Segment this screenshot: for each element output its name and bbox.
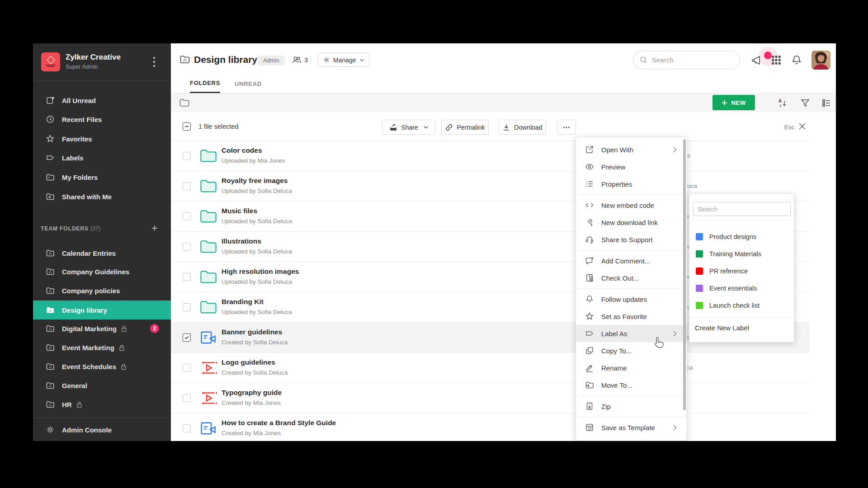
menu-item-open-with[interactable]: Open With bbox=[576, 141, 687, 158]
user-avatar[interactable] bbox=[811, 51, 830, 70]
file-row[interactable]: Typography guide Created by Mia Jones Cr… bbox=[171, 383, 810, 413]
label-option-training-materials[interactable]: Training Materials bbox=[689, 245, 794, 263]
sidebar-item-labels[interactable]: Labels bbox=[33, 148, 171, 167]
menu-item-follow-updates[interactable]: Follow updates bbox=[576, 291, 687, 308]
members-button[interactable]: 3 bbox=[292, 56, 308, 64]
sidebar-item-recent-files[interactable]: Recent Files bbox=[33, 110, 171, 129]
menu-item-copy-to[interactable]: Copy To... bbox=[576, 342, 687, 359]
label-option-event-essentials[interactable]: Event essentials bbox=[689, 280, 794, 297]
label-color-swatch bbox=[696, 302, 703, 309]
svg-text:A: A bbox=[778, 99, 782, 103]
sidebar-item-shared-with-me[interactable]: Shared with Me bbox=[33, 187, 171, 206]
sidebar-item-company-policies[interactable]: Company policies bbox=[33, 281, 171, 300]
video-file-icon bbox=[199, 360, 217, 375]
row-checkbox[interactable] bbox=[183, 273, 191, 281]
file-row[interactable]: How to create a Brand Style Guide Create… bbox=[171, 413, 810, 441]
sidebar-item-hr[interactable]: HR bbox=[33, 395, 171, 414]
row-checkbox[interactable] bbox=[183, 243, 191, 251]
sidebar-item-design-library[interactable]: Design library bbox=[33, 300, 171, 319]
row-checkbox[interactable] bbox=[183, 364, 191, 372]
root-folder-icon[interactable] bbox=[179, 99, 189, 107]
row-checkbox[interactable] bbox=[183, 303, 191, 311]
selection-toolbar: 1 file selected Share Permalink Download… bbox=[171, 112, 810, 141]
tab-unread[interactable]: UNREAD bbox=[235, 74, 262, 93]
sidebar-item-event-schedules[interactable]: Event Schedules bbox=[33, 357, 171, 376]
menu-item-rename[interactable]: Rename bbox=[576, 359, 687, 376]
sidebar-item-event-marketing[interactable]: Event Marketing bbox=[33, 338, 171, 357]
label-option-product-designs[interactable]: Product designs bbox=[689, 228, 794, 245]
sidebar-item-admin-console[interactable]: Admin Console bbox=[33, 420, 171, 439]
filter-icon[interactable] bbox=[800, 98, 810, 108]
menu-item-new-download-link[interactable]: New download link bbox=[576, 214, 687, 231]
row-checkbox[interactable] bbox=[183, 182, 191, 190]
folder-shared-icon bbox=[46, 192, 55, 201]
select-all-checkbox[interactable] bbox=[183, 122, 191, 131]
logo-text-line bbox=[46, 65, 56, 66]
divider bbox=[576, 288, 687, 289]
check-out-icon bbox=[585, 273, 594, 282]
view-tabs: FOLDERS UNREAD bbox=[171, 74, 836, 94]
close-icon[interactable] bbox=[798, 122, 806, 130]
sidebar-item-company-guidelines[interactable]: Company Guidelines bbox=[33, 262, 171, 281]
file-row[interactable]: Color codes Uploaded by Mia Jones Upload… bbox=[171, 141, 810, 171]
sort-az-icon[interactable]: Az bbox=[778, 98, 788, 108]
download-button[interactable]: Download bbox=[499, 120, 546, 135]
menu-item-zip[interactable]: Zip bbox=[576, 398, 687, 415]
row-checkbox[interactable] bbox=[183, 152, 191, 160]
label-option-launch-check-list[interactable]: Launch check list bbox=[689, 297, 794, 314]
menu-item-label-as[interactable]: Label As bbox=[576, 325, 687, 342]
folder-icon bbox=[199, 148, 217, 164]
announcement-doc-icon bbox=[199, 330, 217, 345]
permalink-button[interactable]: Permalink bbox=[441, 120, 489, 135]
menu-item-share-to-support[interactable]: Share to Support bbox=[576, 231, 687, 248]
file-row[interactable]: Logo guidelines Created by Sofia Deluca … bbox=[171, 353, 810, 383]
add-comment-icon bbox=[585, 256, 594, 265]
sidebar-item-general[interactable]: General bbox=[33, 376, 171, 395]
move-folder-icon bbox=[585, 380, 594, 389]
menu-item-check-out[interactable]: Check Out... bbox=[576, 269, 687, 286]
team-logo bbox=[41, 52, 60, 71]
label-color-swatch bbox=[696, 233, 703, 240]
announcements-megaphone-icon[interactable] bbox=[751, 54, 763, 66]
selection-count: 1 file selected bbox=[198, 123, 239, 130]
menu-item-new-embed-code[interactable]: New embed code bbox=[576, 197, 687, 214]
row-checkbox[interactable] bbox=[183, 424, 191, 432]
team-role: Super Admin bbox=[66, 64, 121, 70]
menu-item-move-to[interactable]: Move To... bbox=[576, 376, 687, 394]
search-input[interactable] bbox=[652, 56, 724, 64]
row-checkbox-checked[interactable] bbox=[183, 333, 191, 342]
add-team-folder-icon[interactable] bbox=[151, 225, 158, 232]
team-header[interactable]: Zylker Creative Super Admin bbox=[33, 43, 171, 80]
sidebar-item-favorites[interactable]: Favorites bbox=[33, 129, 171, 148]
new-button[interactable]: NEW bbox=[712, 95, 755, 110]
logo-text-line bbox=[47, 66, 54, 67]
notifications-bell-icon[interactable] bbox=[791, 54, 802, 66]
share-button[interactable]: Share bbox=[382, 120, 435, 135]
sidebar-item-all-unread[interactable]: All Unread bbox=[33, 91, 171, 110]
label-search-input[interactable] bbox=[693, 202, 791, 216]
more-actions-button[interactable] bbox=[557, 120, 576, 135]
menu-scrollbar[interactable] bbox=[683, 139, 686, 410]
global-search[interactable] bbox=[633, 51, 740, 69]
menu-item-add-comment[interactable]: Add Comment... bbox=[576, 252, 687, 269]
create-new-label-button[interactable]: Create New Label bbox=[695, 324, 749, 332]
menu-item-preview[interactable]: Preview bbox=[576, 158, 687, 175]
tab-folders[interactable]: FOLDERS bbox=[190, 74, 220, 93]
menu-item-properties[interactable]: Properties bbox=[576, 175, 687, 192]
label-option-pr-reference[interactable]: PR reference bbox=[689, 263, 794, 280]
row-checkbox[interactable] bbox=[183, 394, 191, 402]
download-link-icon bbox=[585, 218, 594, 227]
sidebar-item-my-folders[interactable]: My Folders bbox=[33, 168, 171, 187]
chevron-right-icon bbox=[673, 331, 677, 337]
team-menu-kebab-icon[interactable] bbox=[150, 56, 158, 68]
sidebar-item-calendar-entries[interactable]: Calendar Entries bbox=[33, 244, 171, 263]
menu-item-save-as-template[interactable]: Save as Template bbox=[576, 419, 687, 436]
zip-file-icon bbox=[585, 402, 594, 411]
manage-button[interactable]: Manage bbox=[318, 53, 369, 67]
apps-grid-icon[interactable] bbox=[770, 54, 782, 66]
page-title: Design library bbox=[194, 54, 257, 65]
row-checkbox[interactable] bbox=[183, 212, 191, 221]
view-layout-icon[interactable] bbox=[821, 98, 831, 108]
sidebar-item-digital-marketing[interactable]: Digital Marketing 2 bbox=[33, 319, 171, 338]
menu-item-set-as-favorite[interactable]: Set as Favorite bbox=[576, 308, 687, 325]
